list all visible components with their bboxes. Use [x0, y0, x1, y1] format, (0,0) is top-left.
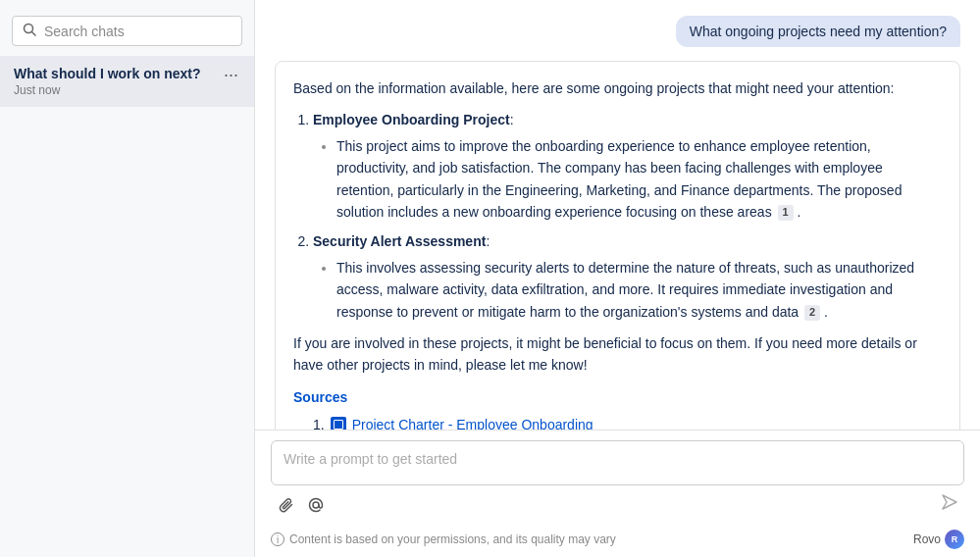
user-message-1: What ongoing projects need my attention? [676, 16, 960, 47]
rovo-label: Rovo [913, 532, 941, 546]
project-1-title: Employee Onboarding Project [313, 112, 510, 127]
messages-area: What ongoing projects need my attention?… [255, 0, 980, 430]
search-container [0, 10, 254, 56]
footer-left: i Content is based on your permissions, … [271, 532, 616, 546]
mention-button[interactable] [304, 493, 328, 517]
svg-line-1 [32, 32, 36, 36]
sources-label: Sources [293, 386, 942, 408]
rovo-avatar: R [945, 530, 964, 549]
chat-item-text: What should I work on next? Just now [14, 66, 222, 97]
sources-section: Sources 1. Project Charter - Employee On… [293, 386, 942, 430]
assistant-response: Based on the information available, here… [275, 61, 960, 430]
search-icon [23, 23, 36, 39]
citation-1: 1 [778, 205, 794, 221]
footer-info: i Content is based on your permissions, … [255, 526, 980, 557]
response-intro: Based on the information available, here… [293, 77, 942, 99]
input-toolbar [271, 485, 964, 520]
footer-text: Content is based on your permissions, an… [289, 532, 616, 546]
send-button[interactable] [939, 491, 960, 518]
source-1-link[interactable]: Project Charter - Employee Onboarding [352, 414, 593, 430]
source-1-item: 1. Project Charter - Employee Onboarding [313, 414, 942, 430]
project-2-item: Security Alert Assessment: This involves… [313, 230, 942, 323]
prompt-input[interactable]: Write a prompt to get started [271, 440, 964, 485]
project-2-period: . [824, 304, 828, 320]
project-2-title: Security Alert Assessment [313, 233, 486, 249]
chat-item-title: What should I work on next? [14, 66, 222, 81]
chat-item-menu-button[interactable]: ··· [222, 66, 240, 83]
sources-list: 1. Project Charter - Employee Onboarding… [293, 414, 942, 430]
rovo-badge: Rovo R [913, 530, 964, 549]
info-icon: i [271, 532, 284, 546]
project-1-desc-item: This project aims to improve the onboard… [336, 135, 942, 224]
doc-icon-1 [331, 417, 346, 430]
project-1-desc-text: This project aims to improve the onboard… [336, 138, 902, 220]
attach-button[interactable] [275, 493, 298, 517]
project-2-details: This involves assessing security alerts … [313, 257, 942, 323]
project-2-desc-item: This involves assessing security alerts … [336, 257, 942, 323]
svg-point-6 [313, 502, 319, 508]
search-input[interactable] [44, 24, 232, 39]
sidebar: What should I work on next? Just now ··· [0, 0, 255, 557]
citation-2: 2 [804, 305, 820, 321]
source-1-number: 1. [313, 414, 325, 430]
project-1-details: This project aims to improve the onboard… [313, 135, 942, 224]
response-closing: If you are involved in these projects, i… [293, 332, 942, 377]
search-box[interactable] [12, 16, 242, 46]
main-chat-area: What ongoing projects need my attention?… [255, 0, 980, 557]
project-1-period: . [797, 204, 800, 220]
chat-list-item[interactable]: What should I work on next? Just now ··· [0, 56, 254, 107]
input-area: Write a prompt to get started [255, 430, 980, 526]
chat-item-time: Just now [14, 83, 222, 97]
projects-list: Employee Onboarding Project: This projec… [293, 109, 942, 323]
project-1-item: Employee Onboarding Project: This projec… [313, 109, 942, 223]
